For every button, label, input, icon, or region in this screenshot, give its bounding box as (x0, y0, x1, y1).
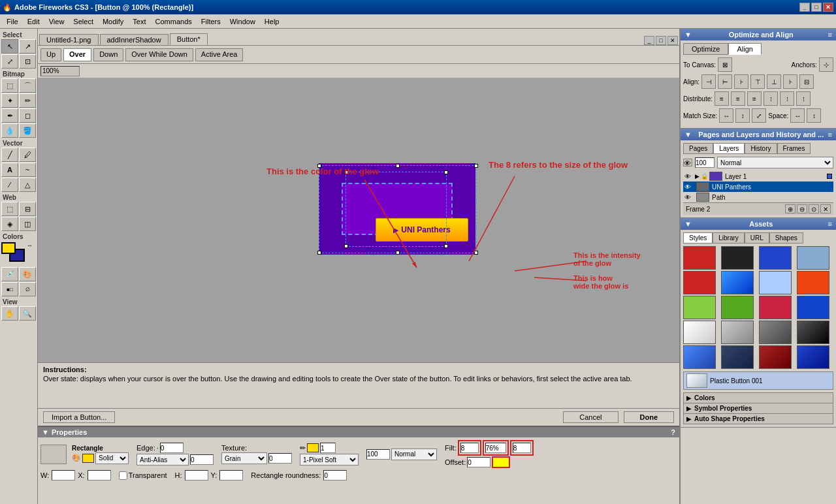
selected-asset-row[interactable]: Plastic Button 001 (683, 371, 833, 390)
pages-tab[interactable]: Pages (683, 143, 713, 154)
style-black-grad[interactable] (797, 321, 829, 344)
style-black[interactable] (721, 246, 754, 270)
layers-panel-options[interactable]: ≡ (828, 131, 832, 138)
maximize-button[interactable]: □ (811, 3, 822, 12)
optimize-tab[interactable]: Optimize (683, 43, 728, 55)
frame-action2[interactable]: ⊖ (797, 204, 807, 213)
tab-button[interactable]: Button* (170, 33, 208, 45)
menu-file[interactable]: File (3, 16, 22, 27)
marquee-tool[interactable]: ⬚ (1, 78, 18, 93)
dist-top[interactable]: ≡ (715, 91, 729, 106)
texture-select[interactable]: Grain None (221, 452, 267, 464)
styles-tab[interactable]: Styles (683, 232, 713, 244)
align-to-canvas-btn[interactable]: ⊠ (718, 57, 732, 72)
style-gray-grad[interactable] (721, 321, 754, 344)
paint-bucket-color-tool[interactable]: 🎨 (19, 267, 36, 281)
layer-opacity-input[interactable] (695, 157, 715, 168)
menu-help[interactable]: Help (261, 16, 283, 27)
doc-minimize-btn[interactable]: _ (644, 36, 654, 45)
roundness-input[interactable] (323, 470, 347, 480)
frame-action3[interactable]: ⊙ (809, 204, 819, 213)
style-green[interactable] (683, 296, 716, 319)
layer1-expand[interactable]: ▶ (695, 173, 699, 180)
minimize-button[interactable]: _ (799, 3, 810, 12)
menu-text[interactable]: Text (129, 16, 150, 27)
subselect-tool[interactable]: ↗ (19, 39, 36, 54)
texture-value-input[interactable] (268, 453, 292, 464)
eraser-tool[interactable]: ◻ (19, 108, 36, 123)
collapse-layers-icon[interactable]: ▼ (684, 131, 692, 138)
shapes-tab[interactable]: Shapes (769, 232, 803, 244)
symbol-props-subsection[interactable]: ▶ Symbol Properties (683, 403, 833, 414)
path-eye[interactable]: 👁 (684, 194, 694, 201)
reshape-tool[interactable]: △ (19, 178, 36, 192)
filter-pct-input[interactable] (485, 443, 506, 453)
align-right[interactable]: ⊦ (734, 74, 748, 89)
transparent-checkbox[interactable] (119, 471, 127, 480)
style-red[interactable] (683, 246, 716, 270)
layers-tab[interactable]: Layers (713, 143, 745, 154)
slice-tool[interactable]: ⊟ (19, 202, 36, 216)
stroke-color-preview[interactable] (307, 443, 319, 452)
style-red2[interactable] (683, 271, 716, 294)
state-over-while-down[interactable]: Over While Down (125, 48, 193, 61)
menu-modify[interactable]: Modify (99, 16, 127, 27)
dist-right[interactable]: ⫶ (796, 91, 811, 106)
match-both[interactable]: ⤢ (752, 108, 766, 123)
pen-tool[interactable]: 🖊 (19, 148, 36, 162)
optimize-panel-options[interactable]: ≡ (828, 31, 832, 39)
style-blue2[interactable] (721, 271, 754, 294)
eyedropper-color-tool[interactable]: 💉 (1, 267, 18, 281)
anchors-btn[interactable]: ⊹ (819, 57, 833, 72)
line-tool[interactable]: ╱ (1, 148, 18, 162)
doc-close-btn[interactable]: ✕ (667, 36, 678, 45)
menu-select[interactable]: Select (69, 16, 97, 27)
hotspot-tool[interactable]: ⬚ (1, 202, 18, 216)
colors-expand-icon[interactable]: ▶ (686, 394, 692, 402)
layer1-eye[interactable]: 👁 (684, 173, 694, 180)
opacity-input[interactable] (366, 449, 390, 460)
collapse-assets-icon[interactable]: ▼ (684, 220, 692, 228)
state-active-area[interactable]: Active Area (195, 48, 244, 61)
layer-1-row[interactable]: 👁 ▶ 🔒 Layer 1 (683, 171, 833, 181)
prop-help-icon[interactable]: ? (671, 428, 675, 436)
text-tool[interactable]: A (1, 163, 18, 177)
symbol-expand-icon[interactable]: ▶ (686, 405, 692, 412)
no-stroke-btn[interactable]: ∅ (19, 282, 36, 296)
stroke-color-swatch[interactable] (1, 242, 16, 254)
menu-edit[interactable]: Edit (24, 16, 44, 27)
layer-blend-select[interactable]: Normal Multiply (717, 157, 833, 168)
width-input[interactable]: 157 (52, 470, 75, 480)
history-tab[interactable]: History (745, 143, 777, 154)
style-red3[interactable] (759, 296, 792, 319)
tab-untitled[interactable]: Untitled-1.png (39, 34, 99, 45)
cancel-button[interactable]: Cancel (563, 411, 618, 423)
show-slices[interactable]: ◫ (19, 217, 36, 231)
collapse-optimize-icon[interactable]: ▼ (684, 31, 692, 39)
show-hotspots[interactable]: ◈ (1, 217, 18, 231)
dist-left[interactable]: ⫶ (764, 91, 778, 106)
match-w[interactable]: ↔ (719, 108, 733, 123)
import-button[interactable]: Import a Button... (43, 411, 115, 423)
filter-val2-input[interactable] (513, 443, 531, 453)
magic-wand-tool[interactable]: ✦ (1, 93, 18, 108)
stroke-size-input[interactable] (320, 443, 336, 453)
align-bottom[interactable]: ⊦ (783, 74, 797, 89)
align-left[interactable]: ⊣ (701, 74, 716, 89)
pointer-tool[interactable]: ↖ (1, 39, 18, 54)
style-white-grad[interactable] (683, 321, 716, 344)
edge-type-select[interactable]: Anti-Alias Hard (137, 454, 189, 465)
style-darkblue[interactable] (721, 345, 754, 369)
eyedropper-tool[interactable]: 💧 (1, 123, 18, 138)
pencil-tool[interactable]: ✒ (1, 108, 18, 123)
height-input[interactable]: 20 (185, 470, 208, 480)
dist-center-v[interactable]: ⫶ (780, 91, 794, 106)
hand-tool[interactable]: ✋ (1, 306, 18, 321)
close-button[interactable]: ✕ (823, 3, 833, 12)
style-darkgray-grad[interactable] (759, 321, 792, 344)
align-center-h[interactable]: ⊢ (718, 74, 732, 89)
match-h[interactable]: ↕ (735, 108, 750, 123)
tab-addinnersh[interactable]: addInnerShadow (100, 34, 169, 45)
menu-filters[interactable]: Filters (197, 16, 225, 27)
default-colors-btn[interactable]: ■□ (1, 282, 18, 296)
